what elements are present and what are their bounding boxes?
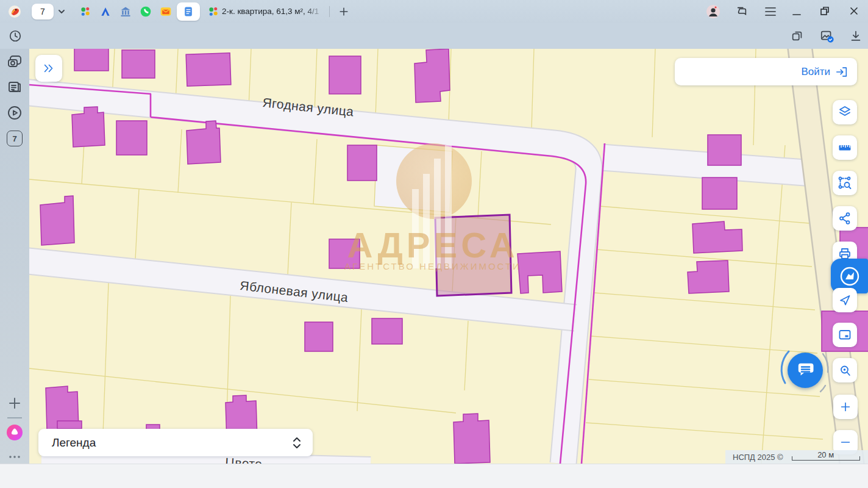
layers-button[interactable]	[833, 100, 857, 124]
chat-button[interactable]	[788, 353, 823, 388]
sidebar-divider	[7, 417, 22, 418]
current-tab-favicon	[207, 5, 219, 18]
scale-bar: 20 м	[792, 453, 860, 461]
watermark-title: АДРЕСА	[341, 224, 524, 265]
expand-panel-button[interactable]	[35, 55, 62, 82]
desktop: 7 2-к. квартира, 61,3 м², 4/1 Я nspd.g	[0, 0, 868, 488]
assistant-map-icon	[838, 265, 861, 288]
browser-sidebar: 7	[0, 49, 29, 464]
tab-badge-icon[interactable]: 7	[7, 131, 23, 146]
browser-titlebar: 7 2-к. квартира, 61,3 м², 4/1	[0, 0, 868, 23]
map-viewport: АДРЕСА АГЕНТСТВО НЕДВИЖИМОСТИ Ягодная ул…	[29, 49, 868, 464]
plus-icon	[839, 400, 852, 414]
tab-panels-icon[interactable]	[735, 5, 749, 18]
area-search-button[interactable]	[833, 171, 857, 195]
legend-panel[interactable]: Легенда	[38, 429, 313, 456]
login-label: Войти	[801, 66, 830, 78]
alice-assistant-icon[interactable]	[7, 425, 23, 440]
double-chevron-right-icon	[42, 62, 55, 75]
screenshot-camera-icon[interactable]	[7, 54, 23, 70]
video-play-icon[interactable]	[7, 105, 23, 121]
location-search-button[interactable]	[833, 358, 857, 382]
attribution-text: НСПД 2025 ©	[733, 453, 783, 462]
new-tab-button[interactable]	[338, 5, 350, 18]
panel-bottom-icon	[838, 328, 852, 342]
download-icon[interactable]	[849, 29, 863, 43]
pinned-tab-a-icon[interactable]	[99, 5, 112, 18]
login-arrow-icon	[835, 65, 848, 79]
news-feed-icon[interactable]	[7, 79, 23, 95]
ruler-icon	[838, 140, 852, 155]
login-button[interactable]: Войти	[675, 58, 857, 85]
chat-bubble-icon	[795, 360, 816, 381]
profile-avatar[interactable]	[706, 4, 720, 19]
browser-menu-icon[interactable]	[764, 7, 777, 16]
active-pinned-tab[interactable]	[177, 2, 200, 21]
window-close[interactable]	[848, 5, 859, 16]
street-label-bottom: Цвето	[225, 455, 263, 464]
minus-icon	[839, 436, 852, 449]
screenshot-tool-icon[interactable]	[820, 29, 834, 44]
tab-divider	[329, 6, 330, 17]
tab-counter[interactable]: 7	[32, 4, 54, 20]
bottom-panel-button[interactable]	[833, 323, 857, 347]
navigate-arrow-icon	[838, 293, 852, 307]
window-restore[interactable]	[819, 5, 830, 16]
legend-collapse-icon[interactable]	[292, 436, 302, 450]
location-search-icon	[838, 363, 852, 378]
layers-icon	[838, 105, 852, 120]
sidebar-more-icon[interactable]	[7, 449, 23, 465]
map-attribution: НСПД 2025 © 20 м	[725, 450, 868, 464]
share-button[interactable]	[833, 206, 857, 231]
locate-button[interactable]	[833, 288, 857, 312]
browser-addressrow: Я nspd.gov.ru НСПД | Геоинформационный п…	[0, 23, 868, 49]
share-icon	[838, 211, 852, 226]
taskbar: Y РУС 10:49 04.07.2025 4	[0, 464, 868, 488]
sidebar-add-icon[interactable]	[7, 395, 23, 411]
zoom-in-button[interactable]	[833, 395, 858, 419]
scale-label: 20 м	[792, 450, 860, 459]
pinned-tab-services-icon[interactable]	[79, 5, 91, 18]
tab-list-chevron-icon[interactable]	[57, 8, 66, 15]
pinned-tab-mail-icon[interactable]	[160, 5, 172, 18]
window-minimize[interactable]	[791, 7, 802, 16]
yandex-browser-logo-icon	[7, 4, 22, 19]
legend-label: Легенда	[52, 436, 96, 450]
pinned-tab-whatsapp-icon[interactable]	[140, 5, 152, 18]
history-clock-icon[interactable]	[9, 29, 22, 43]
document-tab-icon	[182, 5, 194, 18]
watermark-subtitle: АГЕНТСТВО НЕДВИЖИМОСТИ	[334, 261, 532, 271]
pinned-tab-bank-icon[interactable]	[119, 5, 132, 18]
collections-icon[interactable]	[791, 29, 804, 43]
area-search-icon	[838, 176, 852, 190]
measure-button[interactable]	[833, 135, 857, 160]
current-tab-title[interactable]: 2-к. квартира, 61,3 м², 4/1	[222, 7, 324, 16]
